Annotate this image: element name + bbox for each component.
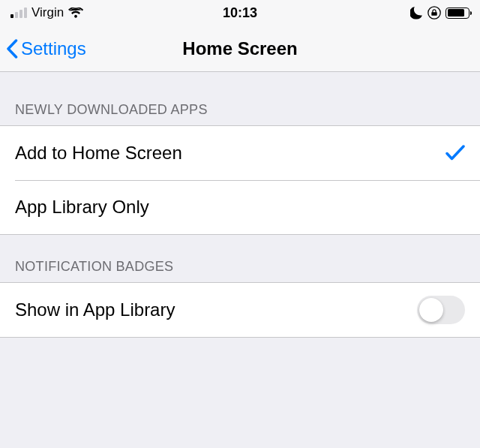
- status-left: Virgin: [10, 5, 83, 20]
- toggle-label: Show in App Library: [15, 299, 175, 320]
- status-time: 10:13: [223, 5, 257, 21]
- group-new-apps: Add to Home Screen App Library Only: [0, 125, 480, 235]
- wifi-icon: [68, 8, 83, 18]
- group-badges: Show in App Library: [0, 282, 480, 338]
- orientation-lock-icon: [428, 6, 441, 20]
- option-label: App Library Only: [15, 197, 149, 218]
- cellular-signal-icon: [10, 8, 27, 18]
- checkmark-icon: [446, 145, 465, 161]
- show-in-app-library-toggle[interactable]: [417, 296, 465, 324]
- back-button[interactable]: Settings: [6, 38, 86, 59]
- page-title: Home Screen: [182, 38, 297, 59]
- section-header-new-apps: NEWLY DOWNLOADED APPS: [0, 72, 480, 125]
- option-label: Add to Home Screen: [15, 143, 182, 164]
- carrier-label: Virgin: [32, 5, 64, 20]
- navigation-bar: Settings Home Screen: [0, 26, 480, 72]
- battery-icon: [446, 8, 470, 19]
- option-add-to-home-screen[interactable]: Add to Home Screen: [0, 126, 480, 180]
- status-right: [410, 6, 470, 20]
- row-show-in-app-library: Show in App Library: [0, 283, 480, 337]
- back-label: Settings: [21, 38, 86, 59]
- option-app-library-only[interactable]: App Library Only: [0, 180, 480, 234]
- section-header-badges: NOTIFICATION BADGES: [0, 235, 480, 282]
- status-bar: Virgin 10:13: [0, 0, 480, 26]
- do-not-disturb-icon: [410, 7, 423, 20]
- chevron-left-icon: [6, 39, 18, 59]
